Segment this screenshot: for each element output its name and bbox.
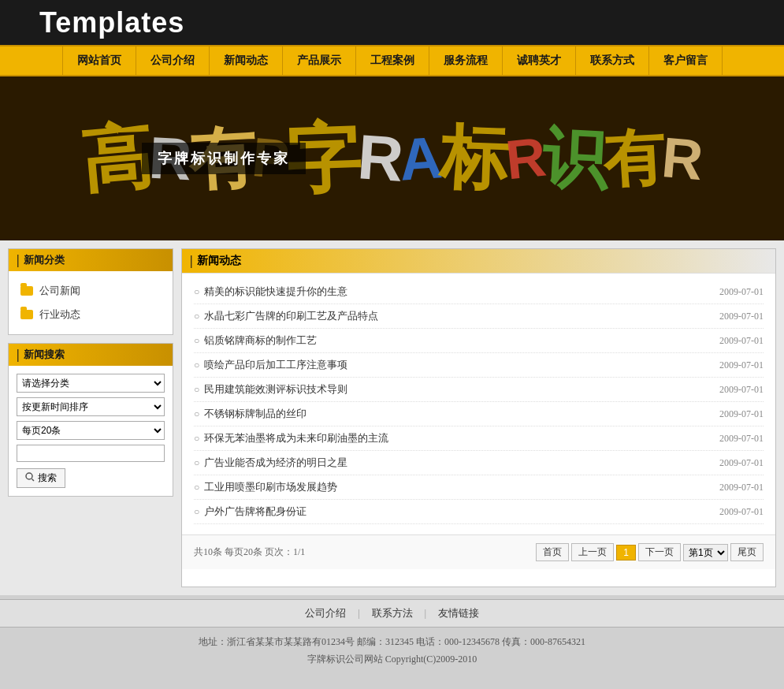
nav-service[interactable]: 服务流程 <box>429 45 503 76</box>
news-date: 2009-07-01 <box>719 286 764 298</box>
news-item-left: ○ 环保无苯油墨将成为未来印刷油墨的主流 <box>194 431 388 445</box>
news-bullet: ○ <box>194 506 199 518</box>
header: Templates <box>0 0 784 45</box>
news-title: 环保无苯油墨将成为未来印刷油墨的主流 <box>204 431 388 445</box>
news-category-body: 公司新闻 行业动态 <box>9 271 173 334</box>
nav-contact[interactable]: 联系方式 <box>576 45 649 76</box>
footer-link-0[interactable]: 公司介绍 <box>293 606 358 620</box>
news-item-left: ○ 民用建筑能效测评标识技术导则 <box>194 382 347 397</box>
news-item[interactable]: ○ 工业用喷墨印刷市场发展趋势 2009-07-01 <box>194 475 764 500</box>
news-item[interactable]: ○ 水晶七彩广告牌的印刷工艺及产品特点 2009-07-01 <box>194 304 764 329</box>
news-title: 广告业能否成为经济的明日之星 <box>204 456 347 470</box>
navigation: 网站首页公司介绍新闻动态产品展示工程案例服务流程诚聘英才联系方式客户留言 <box>0 45 784 76</box>
news-item[interactable]: ○ 不锈钢标牌制品的丝印 2009-07-01 <box>194 402 764 426</box>
nav-products[interactable]: 产品展示 <box>283 45 356 76</box>
nav-cases[interactable]: 工程案例 <box>356 45 429 76</box>
news-category-section: 新闻分类 公司新闻 行业动态 <box>8 248 173 335</box>
news-bullet: ○ <box>194 359 199 371</box>
news-date: 2009-07-01 <box>719 457 764 469</box>
nav-news[interactable]: 新闻动态 <box>210 45 283 76</box>
news-item-left: ○ 工业用喷墨印刷市场发展趋势 <box>194 480 337 494</box>
news-item-left: ○ 精美的标识能快速提升你的生意 <box>194 285 347 299</box>
news-item[interactable]: ○ 广告业能否成为经济的明日之星 2009-07-01 <box>194 451 764 475</box>
news-bullet: ○ <box>194 457 199 469</box>
news-item[interactable]: ○ 户外广告牌将配身份证 2009-07-01 <box>194 500 764 524</box>
footer-link-1[interactable]: 联系方法 <box>360 606 425 620</box>
news-title: 不锈钢标牌制品的丝印 <box>204 407 307 421</box>
first-page-button[interactable]: 首页 <box>536 543 569 561</box>
news-item-left: ○ 铝质铭牌商标的制作工艺 <box>194 333 317 348</box>
pagination-bar: 共10条 每页20条 页次：1/1 首页 上一页 1 下一页 第1页 尾页 <box>182 534 775 569</box>
content-section-title: 新闻动态 <box>182 249 775 274</box>
banner-slogan: 字牌标识制作专家 <box>142 143 306 174</box>
footer: 公司介绍|联系方法|友情链接 地址：浙江省某某市某某路有01234号 邮编：31… <box>0 595 784 678</box>
page-select[interactable]: 第1页 <box>683 544 728 561</box>
news-date: 2009-07-01 <box>719 482 764 493</box>
news-title: 户外广告牌将配身份证 <box>204 505 307 519</box>
nav-home[interactable]: 网站首页 <box>62 45 136 76</box>
next-page-button[interactable]: 下一页 <box>638 543 681 561</box>
search-input[interactable] <box>17 445 165 462</box>
news-item[interactable]: ○ 民用建筑能效测评标识技术导则 2009-07-01 <box>194 378 764 402</box>
search-label: 搜索 <box>38 471 57 485</box>
news-bullet: ○ <box>194 408 199 420</box>
news-bullet: ○ <box>194 311 199 322</box>
svg-point-0 <box>26 473 32 479</box>
site-title: Templates <box>39 6 184 39</box>
content-area: 新闻动态 ○ 精美的标识能快速提升你的生意 2009-07-01 ○ 水晶七彩广… <box>181 248 776 587</box>
prev-page-button[interactable]: 上一页 <box>571 543 614 561</box>
banner: 高 R 有 P 字 R A 标 R 识 有 R 字牌标识制作专家 <box>0 76 784 240</box>
news-date: 2009-07-01 <box>719 408 764 420</box>
news-date: 2009-07-01 <box>719 506 764 518</box>
news-item-left: ○ 户外广告牌将配身份证 <box>194 505 307 519</box>
company-news-label: 公司新闻 <box>39 284 80 298</box>
last-page-button[interactable]: 尾页 <box>730 543 764 561</box>
news-title: 精美的标识能快速提升你的生意 <box>204 285 347 299</box>
news-date: 2009-07-01 <box>719 384 764 396</box>
sidebar-item-company-news[interactable]: 公司新闻 <box>17 279 165 303</box>
nav-message[interactable]: 客户留言 <box>649 45 723 76</box>
news-item[interactable]: ○ 精美的标识能快速提升你的生意 2009-07-01 <box>194 280 764 304</box>
sidebar: 新闻分类 公司新闻 行业动态 新闻搜索 请选择分类 按更新时间排 <box>8 248 173 587</box>
news-title: 喷绘产品印后加工工序注意事项 <box>204 358 347 372</box>
footer-info: 地址：浙江省某某市某某路有01234号 邮编：312345 电话：000-123… <box>0 628 784 674</box>
news-title: 民用建筑能效测评标识技术导则 <box>204 382 347 397</box>
folder-icon <box>20 286 33 296</box>
news-bullet: ○ <box>194 335 199 347</box>
footer-link-2[interactable]: 友情链接 <box>426 606 491 620</box>
news-item-left: ○ 水晶七彩广告牌的印刷工艺及产品特点 <box>194 309 378 323</box>
news-search-section: 新闻搜索 请选择分类 按更新时间排序 每页20条 <box>8 343 173 497</box>
footer-links: 公司介绍|联系方法|友情链接 <box>0 599 784 628</box>
sidebar-item-industry[interactable]: 行业动态 <box>17 303 165 326</box>
news-search-body: 请选择分类 按更新时间排序 每页20条 搜索 <box>9 366 173 496</box>
news-title: 铝质铭牌商标的制作工艺 <box>204 333 317 348</box>
news-date: 2009-07-01 <box>719 433 764 445</box>
news-item[interactable]: ○ 铝质铭牌商标的制作工艺 2009-07-01 <box>194 329 764 353</box>
search-icon <box>25 472 35 484</box>
nav-jobs[interactable]: 诚聘英才 <box>503 45 576 76</box>
news-item[interactable]: ○ 喷绘产品印后加工工序注意事项 2009-07-01 <box>194 353 764 378</box>
news-item[interactable]: ○ 环保无苯油墨将成为未来印刷油墨的主流 2009-07-01 <box>194 426 764 451</box>
news-list: ○ 精美的标识能快速提升你的生意 2009-07-01 ○ 水晶七彩广告牌的印刷… <box>182 274 775 531</box>
news-bullet: ○ <box>194 482 199 493</box>
news-date: 2009-07-01 <box>719 359 764 371</box>
page-buttons: 首页 上一页 1 下一页 第1页 尾页 <box>536 543 764 561</box>
current-page-button[interactable]: 1 <box>616 545 636 561</box>
news-search-title: 新闻搜索 <box>9 344 173 366</box>
main-content: 新闻分类 公司新闻 行业动态 新闻搜索 请选择分类 按更新时间排 <box>0 240 784 595</box>
sort-select[interactable]: 按更新时间排序 <box>17 397 165 416</box>
folder-icon <box>20 310 33 319</box>
page-info: 共10条 每页20条 页次：1/1 <box>194 546 305 559</box>
news-date: 2009-07-01 <box>719 311 764 322</box>
news-category-title: 新闻分类 <box>9 249 173 271</box>
news-date: 2009-07-01 <box>719 335 764 347</box>
perpage-select[interactable]: 每页20条 <box>17 421 165 440</box>
footer-copyright: 字牌标识公司网站 Copyright(C)2009-2010 <box>6 651 778 669</box>
news-item-left: ○ 喷绘产品印后加工工序注意事项 <box>194 358 347 372</box>
industry-label: 行业动态 <box>39 307 80 322</box>
nav-about[interactable]: 公司介绍 <box>136 45 210 76</box>
svg-line-1 <box>32 479 35 482</box>
footer-address: 地址：浙江省某某市某某路有01234号 邮编：312345 电话：000-123… <box>6 634 778 651</box>
category-select[interactable]: 请选择分类 <box>17 374 165 393</box>
search-button[interactable]: 搜索 <box>17 468 65 488</box>
